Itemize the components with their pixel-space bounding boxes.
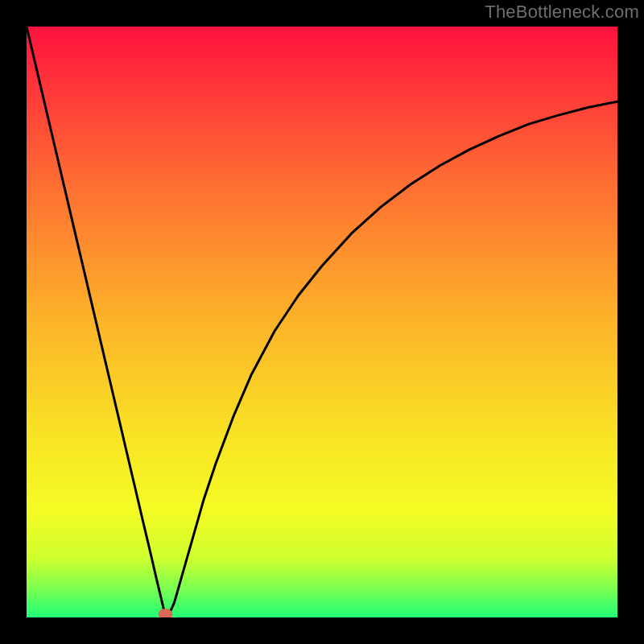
watermark-label: TheBottleneck.com: [485, 2, 639, 23]
gradient-background: [27, 27, 617, 617]
bottleneck-chart: [27, 27, 617, 617]
chart-frame: TheBottleneck.com: [0, 0, 644, 644]
plot-area: [27, 27, 617, 617]
